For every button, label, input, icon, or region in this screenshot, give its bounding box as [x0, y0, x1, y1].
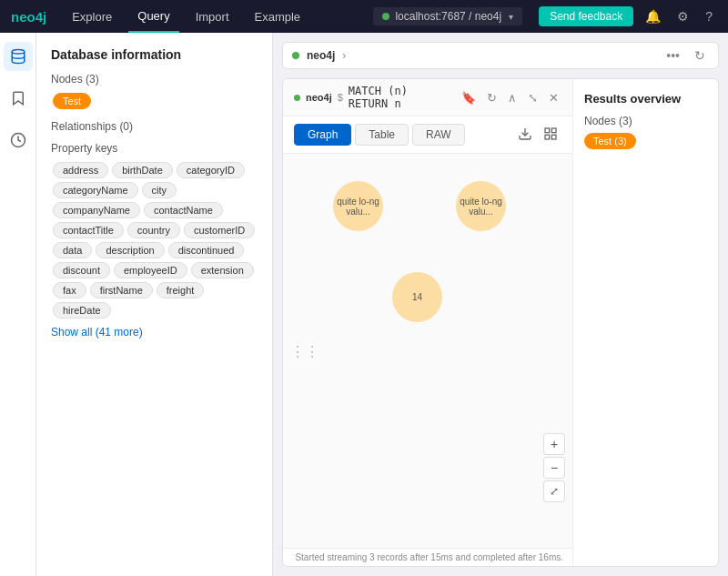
download-icon[interactable] — [514, 126, 536, 144]
graph-area[interactable]: ⋮⋮ + − ⤢ quite lo-ng valu...quite lo-ng … — [283, 154, 572, 548]
sidebar-icon-bookmark[interactable] — [4, 84, 33, 113]
property-key-tag[interactable]: firstName — [90, 282, 153, 298]
property-key-tag[interactable]: categoryName — [53, 182, 138, 198]
db-panel-title: Database information — [51, 47, 258, 62]
property-key-tag[interactable]: fax — [53, 282, 86, 298]
property-key-tag[interactable]: city — [142, 182, 177, 198]
property-key-tag[interactable]: discontinued — [168, 242, 245, 258]
nodes-section: Nodes (3) Test — [51, 73, 258, 111]
query-mini-status-dot — [294, 95, 300, 101]
results-test-tag[interactable]: Test (3) — [584, 133, 636, 149]
property-key-tag[interactable]: description — [96, 242, 164, 258]
query-chevron-up-icon[interactable]: ∧ — [505, 91, 520, 105]
tab-graph[interactable]: Graph — [294, 124, 351, 146]
sidebar-icon-history[interactable] — [4, 126, 33, 155]
results-nodes-count: Nodes (3) — [584, 115, 707, 127]
property-key-tag[interactable]: extension — [191, 262, 254, 278]
property-keys-section: Property keys addressbirthDatecategoryID… — [51, 142, 258, 339]
graph-controls: + − ⤢ — [543, 433, 565, 502]
query-expand-icon[interactable]: ⤡ — [525, 91, 541, 105]
main-layout: Database information Nodes (3) Test Rela… — [0, 33, 728, 576]
query-bar-more-icon[interactable]: ••• — [662, 48, 683, 63]
query-bookmark-icon[interactable]: 🔖 — [459, 91, 479, 105]
nav-example[interactable]: Example — [246, 0, 310, 33]
query-bar-db-label: neo4j — [307, 49, 335, 62]
property-key-tag[interactable]: contactName — [144, 202, 223, 218]
show-all-button[interactable]: Show all (41 more) — [51, 326, 258, 339]
drag-handle-icon: ⋮⋮ — [290, 342, 319, 359]
tab-raw[interactable]: RAW — [412, 124, 465, 146]
relationships-label: Relationships (0) — [51, 120, 258, 133]
query-refresh-icon[interactable]: ↻ — [484, 91, 500, 105]
property-key-tag[interactable]: discount — [53, 262, 110, 278]
query-bar: neo4j › ••• ↻ — [282, 42, 719, 69]
query-bar-status-dot — [292, 52, 299, 59]
query-bar-refresh-icon[interactable]: ↻ — [691, 48, 709, 63]
server-status-dot — [382, 13, 389, 20]
sidebar-icon-database[interactable] — [4, 42, 33, 71]
query-mini-dollar: $ — [338, 92, 343, 103]
property-key-tag[interactable]: birthDate — [112, 162, 173, 178]
icon-sidebar — [0, 33, 36, 576]
notification-icon[interactable]: 🔔 — [641, 9, 665, 24]
graph-node[interactable]: 14 — [392, 272, 442, 322]
topnav: neo4j Explore Query Import Example local… — [0, 0, 728, 33]
query-close-icon[interactable]: ✕ — [546, 91, 561, 105]
db-panel: Database information Nodes (3) Test Rela… — [36, 33, 273, 576]
app-logo: neo4j — [11, 9, 46, 25]
property-key-tag[interactable]: employeeID — [114, 262, 187, 278]
property-key-tag[interactable]: freight — [157, 282, 205, 298]
zoom-out-button[interactable]: − — [543, 457, 565, 479]
property-key-tag[interactable]: categoryID — [177, 162, 245, 178]
grid-view-icon[interactable] — [540, 126, 561, 144]
svg-point-0 — [12, 50, 25, 55]
help-icon[interactable]: ? — [701, 9, 717, 24]
property-key-tag[interactable]: country — [127, 222, 180, 238]
graph-status: Started streaming 3 records after 15ms a… — [283, 548, 572, 566]
settings-icon[interactable]: ⚙ — [672, 9, 693, 24]
results-overview-title: Results overview — [584, 92, 707, 106]
nodes-label: Nodes (3) — [51, 73, 258, 86]
server-indicator[interactable]: localhost:7687 / neo4j ▾ — [373, 7, 522, 25]
zoom-in-button[interactable]: + — [543, 433, 565, 455]
property-key-tag[interactable]: contactTitle — [53, 222, 124, 238]
property-key-tag[interactable]: companyName — [53, 202, 140, 218]
nav-explore[interactable]: Explore — [63, 0, 121, 33]
property-keys-list: addressbirthDatecategoryIDcategoryNameci… — [51, 160, 258, 320]
nav-import[interactable]: Import — [187, 0, 238, 33]
property-key-tag[interactable]: data — [53, 242, 92, 258]
property-key-tag[interactable]: customerID — [184, 222, 255, 238]
query-code-display: MATCH (n) RETURN n — [349, 85, 453, 110]
query-mini-bar: neo4j $ MATCH (n) RETURN n 🔖 ↻ ∧ ⤡ ✕ — [283, 79, 572, 116]
test-node-tag[interactable]: Test — [53, 93, 91, 109]
graph-node[interactable]: quite lo-ng valu... — [333, 181, 383, 231]
property-keys-label: Property keys — [51, 142, 258, 155]
fit-graph-button[interactable]: ⤢ — [543, 480, 565, 502]
tab-table[interactable]: Table — [355, 124, 409, 146]
result-main: neo4j $ MATCH (n) RETURN n 🔖 ↻ ∧ ⤡ ✕ Gra… — [283, 79, 572, 566]
result-toolbar: Graph Table RAW — [283, 116, 572, 154]
svg-rect-3 — [545, 128, 550, 133]
svg-rect-5 — [545, 135, 550, 139]
graph-node[interactable]: quite lo-ng valu... — [456, 181, 506, 231]
property-key-tag[interactable]: address — [53, 162, 108, 178]
content-area: neo4j › ••• ↻ neo4j $ MATCH (n) RETURN n… — [273, 33, 728, 576]
property-key-tag[interactable]: hireDate — [53, 302, 111, 318]
svg-rect-4 — [551, 128, 556, 133]
server-chevron-icon: ▾ — [509, 12, 513, 22]
server-label: localhost:7687 / neo4j — [395, 10, 501, 23]
query-bar-arrow: › — [342, 49, 346, 62]
nav-query[interactable]: Query — [128, 0, 178, 33]
feedback-button[interactable]: Send feedback — [539, 6, 633, 26]
query-mini-db-label: neo4j — [306, 92, 332, 103]
svg-rect-6 — [551, 135, 556, 139]
result-panel: neo4j $ MATCH (n) RETURN n 🔖 ↻ ∧ ⤡ ✕ Gra… — [282, 78, 719, 567]
relationships-section: Relationships (0) — [51, 120, 258, 133]
results-overview: Results overview Nodes (3) Test (3) — [572, 79, 718, 566]
